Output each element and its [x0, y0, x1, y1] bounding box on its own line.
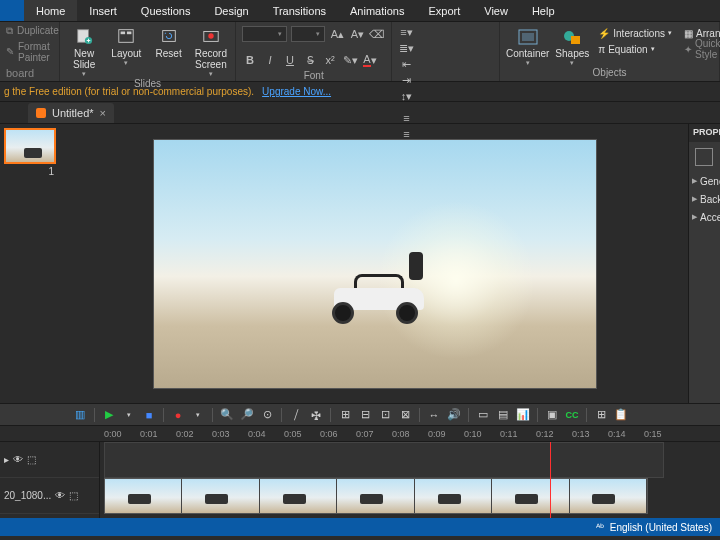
- slide-thumbnails: 1: [0, 124, 62, 403]
- strike-button[interactable]: S̶: [302, 52, 318, 68]
- interactions-button[interactable]: ⚡Interactions▾: [595, 26, 675, 40]
- slide[interactable]: [153, 139, 597, 389]
- italic-button[interactable]: I: [262, 52, 278, 68]
- play-button[interactable]: ▶: [101, 407, 117, 423]
- numbering-button[interactable]: ≣▾: [398, 40, 414, 56]
- slide-thumbnail-1[interactable]: [4, 128, 56, 164]
- clipboard-label: board: [6, 67, 53, 79]
- section-general[interactable]: ▶Gene: [689, 172, 720, 190]
- shapes-button[interactable]: Shapes▾: [555, 24, 589, 67]
- eye-icon[interactable]: 👁: [55, 490, 65, 501]
- menu-tab-file[interactable]: [0, 0, 24, 21]
- tool-i[interactable]: ▣: [544, 407, 560, 423]
- menu-tab-questions[interactable]: Questions: [129, 0, 203, 21]
- menu-tab-export[interactable]: Export: [416, 0, 472, 21]
- canvas[interactable]: [62, 124, 688, 403]
- tool-g[interactable]: ▤: [495, 407, 511, 423]
- play-dd-button[interactable]: ▾: [121, 407, 137, 423]
- quick-style-button[interactable]: ✦Quick Style▾: [681, 42, 720, 56]
- layout-button[interactable]: Layout▾: [108, 24, 144, 67]
- new-slide-button[interactable]: New Slide▾: [66, 24, 102, 78]
- superscript-button[interactable]: x²: [322, 52, 338, 68]
- quick-style-icon: ✦: [684, 44, 692, 55]
- tool-c[interactable]: ⊡: [377, 407, 393, 423]
- track-header-video[interactable]: 20_1080... 👁 ⬚: [0, 478, 99, 514]
- format-painter-button[interactable]: ✎Format Painter: [6, 41, 53, 63]
- shrink-font-button[interactable]: A▾: [349, 26, 365, 42]
- tool-h[interactable]: 📊: [515, 407, 531, 423]
- snap-button[interactable]: ▥: [72, 407, 88, 423]
- zoom-out-button[interactable]: 🔎: [239, 407, 255, 423]
- tool-f[interactable]: ▭: [475, 407, 491, 423]
- tool-e[interactable]: ↔: [426, 407, 442, 423]
- properties-panel: PROPERTI ▶Gene ▶Backg ▶Acces: [688, 124, 720, 403]
- section-accessibility[interactable]: ▶Acces: [689, 208, 720, 226]
- timeline-tracks[interactable]: [100, 442, 720, 518]
- font-family-combo[interactable]: ▾: [242, 26, 287, 42]
- tool-a[interactable]: ⊞: [337, 407, 353, 423]
- eye-icon[interactable]: 👁: [13, 454, 23, 465]
- menu-tab-insert[interactable]: Insert: [77, 0, 129, 21]
- language-status[interactable]: English (United States): [610, 522, 712, 533]
- shapes-icon: [561, 26, 583, 48]
- upgrade-link[interactable]: Upgrade Now...: [262, 86, 331, 97]
- grow-font-button[interactable]: A▴: [329, 26, 345, 42]
- record-icon: [201, 26, 221, 46]
- font-color-button[interactable]: A▾: [362, 52, 378, 68]
- tool-k[interactable]: 📋: [613, 407, 629, 423]
- menu-bar: Home Insert Questions Design Transitions…: [0, 0, 720, 22]
- menu-tab-design[interactable]: Design: [202, 0, 260, 21]
- clear-format-button[interactable]: ⌫: [369, 26, 385, 42]
- stop-button[interactable]: ■: [141, 407, 157, 423]
- line-spacing-button[interactable]: ↕▾: [398, 88, 414, 104]
- container-button[interactable]: Container▾: [506, 24, 549, 67]
- equation-button[interactable]: πEquation▾: [595, 42, 675, 56]
- record-button[interactable]: ●: [170, 407, 186, 423]
- document-tab[interactable]: Untitled* ×: [28, 103, 114, 123]
- timeline-ruler[interactable]: 0:00 0:01 0:02 0:03 0:04 0:05 0:06 0:07 …: [0, 426, 720, 442]
- tool-b[interactable]: ⊟: [357, 407, 373, 423]
- cc-button[interactable]: CC: [564, 407, 580, 423]
- volume-button[interactable]: 🔊: [446, 407, 462, 423]
- split-button[interactable]: ⧸: [288, 407, 304, 423]
- doc-icon: [36, 108, 46, 118]
- fill-swatch[interactable]: [695, 148, 713, 166]
- expand-icon[interactable]: ▸: [4, 454, 9, 465]
- record-dd-button[interactable]: ▾: [190, 407, 206, 423]
- playhead[interactable]: [550, 442, 551, 518]
- svg-rect-4: [127, 32, 131, 35]
- tool-j[interactable]: ⊞: [593, 407, 609, 423]
- empty-track[interactable]: [104, 442, 664, 478]
- section-background[interactable]: ▶Backg: [689, 190, 720, 208]
- font-size-combo[interactable]: ▾: [291, 26, 325, 42]
- timeline-header-row: ▸ 👁 ⬚: [0, 442, 99, 478]
- highlight-button[interactable]: ✎▾: [342, 52, 358, 68]
- zoom-in-button[interactable]: 🔍: [219, 407, 235, 423]
- video-clip[interactable]: [104, 478, 648, 514]
- arrange-icon: ▦: [684, 28, 693, 39]
- lock-icon[interactable]: ⬚: [69, 490, 78, 501]
- tool-d[interactable]: ⊠: [397, 407, 413, 423]
- reset-button[interactable]: Reset: [151, 24, 187, 59]
- lock-icon[interactable]: ⬚: [27, 454, 36, 465]
- menu-tab-help[interactable]: Help: [520, 0, 567, 21]
- slide-number: 1: [4, 166, 58, 177]
- container-icon: [517, 26, 539, 48]
- close-tab-button[interactable]: ×: [100, 107, 106, 119]
- menu-tab-animations[interactable]: Animations: [338, 0, 416, 21]
- menu-tab-view[interactable]: View: [472, 0, 520, 21]
- underline-button[interactable]: U: [282, 52, 298, 68]
- zoom-fit-button[interactable]: ⊙: [259, 407, 275, 423]
- menu-tab-home[interactable]: Home: [24, 0, 77, 21]
- menu-tab-transitions[interactable]: Transitions: [261, 0, 338, 21]
- bullets-button[interactable]: ≡▾: [398, 24, 414, 40]
- record-screen-button[interactable]: Record Screen▾: [193, 24, 229, 78]
- bold-button[interactable]: B: [242, 52, 258, 68]
- join-button[interactable]: ⧾: [308, 407, 324, 423]
- indent-button[interactable]: ⇥: [398, 72, 414, 88]
- outdent-button[interactable]: ⇤: [398, 56, 414, 72]
- spellcheck-icon[interactable]: ᴬᵇ: [596, 522, 604, 533]
- duplicate-button[interactable]: ⧉Duplicate: [6, 25, 53, 37]
- status-bar: ᴬᵇ English (United States): [0, 518, 720, 536]
- properties-header: PROPERTI: [689, 124, 720, 142]
